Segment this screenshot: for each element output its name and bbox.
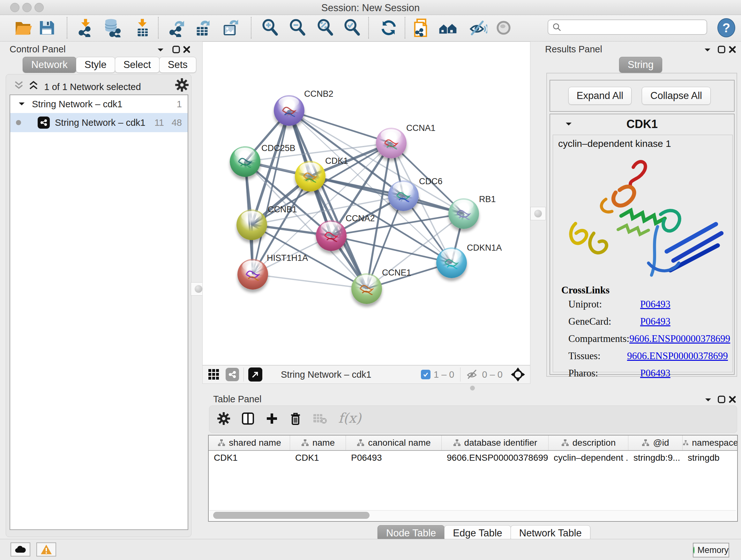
tab-sets[interactable]: Sets	[159, 57, 196, 73]
show-hidden-button[interactable]	[493, 17, 514, 38]
expand-all-button[interactable]: Expand All	[568, 87, 631, 105]
refresh-button[interactable]	[379, 17, 399, 38]
import-network-database-button[interactable]	[102, 17, 122, 38]
network-view-button[interactable]	[226, 368, 239, 381]
network-node-ccnb2[interactable]	[274, 95, 305, 126]
crosslink-label: Pharos:	[568, 368, 640, 379]
crosslink-link[interactable]: P06493	[640, 299, 670, 310]
open-session-button[interactable]	[13, 17, 33, 38]
table-cell[interactable]: 9606.ENSP00000378699	[442, 451, 549, 465]
tab-network[interactable]: Network	[23, 57, 76, 73]
network-node-ccna2[interactable]	[316, 220, 347, 251]
network-node-ccnb1[interactable]	[237, 209, 267, 240]
save-session-button[interactable]	[37, 17, 57, 38]
table-cell[interactable]: CDK1	[290, 451, 346, 465]
node-label-ccne1: CCNE1	[382, 268, 411, 278]
zoom-in-button[interactable]	[260, 17, 280, 38]
network-node-cdc6[interactable]	[388, 180, 419, 211]
tab-style[interactable]: Style	[76, 57, 115, 73]
network-type-icon	[38, 117, 50, 129]
network-node-cdkn1a[interactable]	[436, 247, 467, 278]
delete-column-button[interactable]	[289, 412, 302, 427]
results-panel-float-button[interactable]	[718, 45, 726, 54]
hide-selected-button[interactable]	[468, 17, 488, 38]
tab-select[interactable]: Select	[115, 57, 159, 73]
delete-table-button[interactable]	[313, 413, 327, 426]
collection-count: 1	[177, 99, 182, 110]
crosslink-row: Uniprot:P06493	[568, 299, 728, 310]
horizontal-splitter[interactable]	[202, 384, 530, 392]
zoom-fit-button[interactable]	[315, 17, 335, 38]
grid-view-button[interactable]	[208, 368, 220, 381]
help-button[interactable]: ?	[716, 17, 737, 38]
control-panel-close-button[interactable]	[183, 45, 191, 54]
control-panel-collapse-button[interactable]	[157, 48, 164, 52]
table-panel-close-button[interactable]	[728, 395, 737, 403]
network-node-ccna1[interactable]	[376, 128, 407, 159]
table-cell[interactable]: cyclin–dependent ...	[549, 451, 628, 465]
warning-status-button[interactable]	[37, 543, 56, 557]
column-type-icon	[683, 439, 689, 447]
table-settings-gear-button[interactable]	[217, 412, 230, 427]
network-collection-row[interactable]: String Network – cdk1 1	[10, 95, 188, 113]
cloud-status-button[interactable]	[10, 543, 30, 557]
splitter-dot[interactable]	[470, 386, 475, 390]
import-network-file-button[interactable]	[75, 17, 96, 38]
selected-checkbox-icon[interactable]	[421, 370, 430, 379]
table-horizontal-scrollbar[interactable]	[209, 510, 736, 520]
import-table-file-button[interactable]	[132, 17, 152, 38]
network-options-gear-button[interactable]	[175, 78, 189, 93]
crosslink-link[interactable]: 9606.ENSP00000378699	[629, 333, 730, 345]
network-node-rb1[interactable]	[448, 198, 479, 229]
string-settings-button[interactable]	[438, 17, 458, 38]
table-panel-collapse-button[interactable]	[704, 398, 712, 402]
results-panel-collapse-button[interactable]	[704, 48, 711, 52]
export-network-button[interactable]	[167, 17, 187, 38]
results-panel-close-button[interactable]	[728, 45, 737, 54]
column-header-description[interactable]: description	[549, 435, 628, 450]
crosslink-link[interactable]: 9606.ENSP00000378699	[627, 350, 728, 362]
export-image-button[interactable]	[220, 17, 241, 38]
show-columns-button[interactable]	[241, 412, 255, 427]
network-row-selected[interactable]: String Network – cdk1 11 48	[10, 113, 188, 132]
table-row[interactable]: CDK1CDK1P064939606.ENSP00000378699cyclin…	[209, 451, 737, 465]
detach-view-button[interactable]	[248, 368, 262, 381]
table-cell[interactable]: stringdb:9...	[628, 451, 683, 465]
tree-expander-icon[interactable]	[18, 102, 25, 106]
duplicate-network-button[interactable]	[412, 17, 433, 38]
crosslink-row: GeneCard:P06493	[568, 316, 728, 327]
zoom-out-button[interactable]	[287, 17, 308, 38]
column-header-canonical-name[interactable]: canonical name	[346, 435, 442, 450]
search-input[interactable]	[562, 22, 706, 33]
table-cell[interactable]: CDK1	[209, 451, 290, 465]
control-panel-float-button[interactable]	[172, 45, 180, 54]
function-builder-button[interactable]: f(x)	[338, 410, 361, 426]
column-header-namespace[interactable]: namespace	[683, 435, 738, 450]
scrollbar-thumb[interactable]	[213, 512, 369, 519]
column-header-database-identifier[interactable]: database identifier	[442, 435, 549, 450]
network-node-cdk1[interactable]	[295, 161, 326, 192]
column-header-shared-name[interactable]: shared name	[209, 435, 290, 450]
network-node-hist1h1a[interactable]	[238, 259, 268, 290]
birds-eye-crosshair-icon[interactable]	[510, 367, 526, 382]
network-node-cdc25b[interactable]	[230, 146, 260, 177]
add-column-button[interactable]	[266, 412, 278, 426]
crosslink-link[interactable]: P06493	[640, 316, 670, 327]
node-label-ccnb1: CCNB1	[268, 205, 297, 214]
column-header-name[interactable]: name	[290, 435, 346, 450]
crosslink-link[interactable]: P06493	[640, 368, 670, 379]
table-panel-float-button[interactable]	[718, 395, 726, 403]
network-node-ccne1[interactable]	[351, 273, 382, 304]
network-canvas[interactable]: CCNB2CCNA1CDC25BCDK1CDC6RB1CCNB1CCNA2CDK…	[202, 42, 530, 365]
results-tab-string[interactable]: String	[619, 57, 662, 73]
zoom-selected-button[interactable]	[342, 17, 362, 38]
gray-eye-icon	[495, 19, 513, 37]
table-cell[interactable]: P06493	[346, 451, 442, 465]
column-header-@id[interactable]: @id	[628, 435, 683, 450]
table-cell[interactable]: stringdb	[683, 451, 738, 465]
export-table-button[interactable]	[193, 17, 213, 38]
collapse-all-button[interactable]: Collapse All	[642, 87, 711, 105]
node-label-hist1h1a: HIST1H1A	[267, 253, 308, 263]
memory-button[interactable]: Memory	[693, 543, 729, 557]
right-splitter-handle[interactable]	[530, 207, 546, 220]
